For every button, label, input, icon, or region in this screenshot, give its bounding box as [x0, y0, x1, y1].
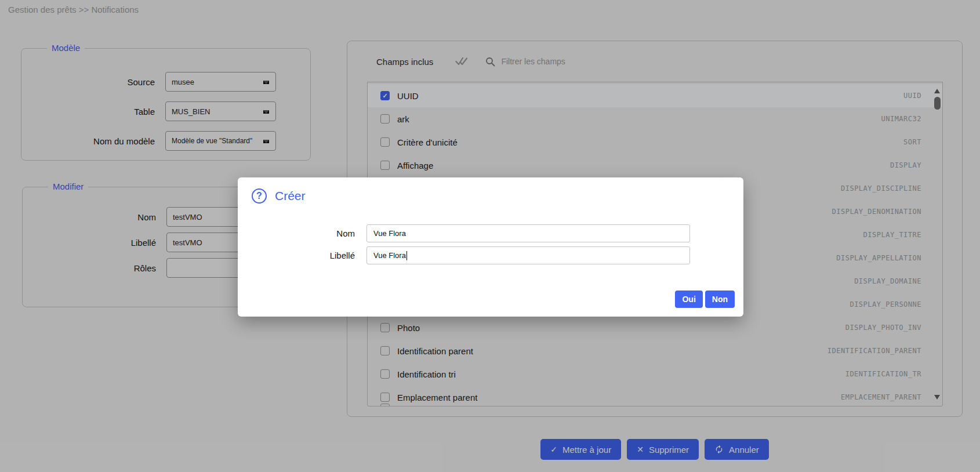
dialog-buttons: Oui Non — [675, 291, 735, 308]
create-dialog-form: Nom Vue Flora Libellé Vue Flora — [238, 224, 743, 268]
dialog-nom-label: Nom — [238, 228, 355, 238]
dialog-nom-row: Nom Vue Flora — [238, 224, 743, 242]
dialog-libelle-value: Vue Flora — [373, 251, 406, 260]
dialog-nom-value: Vue Flora — [373, 229, 406, 238]
dialog-libelle-input[interactable]: Vue Flora — [366, 246, 690, 264]
no-button[interactable]: Non — [705, 291, 735, 308]
create-dialog-header: ? Créer — [252, 188, 306, 204]
create-dialog: ? Créer Nom Vue Flora Libellé Vue Flora … — [238, 177, 743, 317]
text-caret — [406, 251, 407, 260]
question-mark-icon: ? — [252, 188, 267, 204]
dialog-nom-input[interactable]: Vue Flora — [366, 224, 690, 242]
yes-button[interactable]: Oui — [675, 291, 702, 308]
create-dialog-title: Créer — [275, 189, 306, 203]
dialog-libelle-row: Libellé Vue Flora — [238, 246, 743, 264]
dialog-libelle-label: Libellé — [238, 250, 355, 260]
